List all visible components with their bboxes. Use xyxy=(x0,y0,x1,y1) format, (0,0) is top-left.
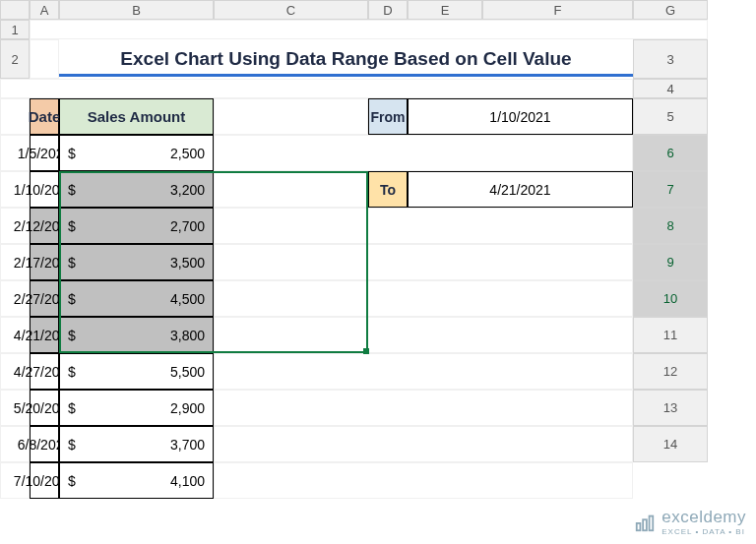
to-value[interactable]: 4/21/2021 xyxy=(408,171,633,208)
col-header-A[interactable]: A xyxy=(30,0,59,20)
row-header-14[interactable]: 14 xyxy=(633,426,708,462)
row-header-10[interactable]: 10 xyxy=(633,280,708,317)
currency: $ xyxy=(68,364,76,380)
cell-blank[interactable] xyxy=(214,353,633,390)
col-header-F[interactable]: F xyxy=(482,0,633,20)
table-row[interactable]: 2/12/2021 xyxy=(30,208,59,244)
amount: 3,200 xyxy=(170,182,205,198)
table-row[interactable]: 1/10/2021 xyxy=(30,171,59,208)
col-header-E[interactable]: E xyxy=(408,0,482,20)
amount: 2,900 xyxy=(170,400,205,416)
table-row[interactable]: $2,700 xyxy=(59,208,214,244)
table-row[interactable]: $3,800 xyxy=(59,317,214,353)
col-header-G[interactable]: G xyxy=(633,0,708,20)
cell-blank[interactable] xyxy=(30,20,708,39)
currency: $ xyxy=(68,328,76,343)
page-title-wrap[interactable]: Excel Chart Using Data Range Based on Ce… xyxy=(59,39,633,79)
page-title: Excel Chart Using Data Range Based on Ce… xyxy=(120,48,571,70)
table-row[interactable]: $3,700 xyxy=(59,426,214,462)
watermark-tagline: EXCEL • DATA • BI xyxy=(662,527,746,536)
table-row[interactable]: $3,200 xyxy=(59,171,214,208)
amount: 4,100 xyxy=(170,473,205,489)
row-header-6[interactable]: 6 xyxy=(633,135,708,171)
watermark: exceldemy EXCEL • DATA • BI xyxy=(634,508,746,536)
row-header-5[interactable]: 5 xyxy=(633,98,708,135)
table-row[interactable]: 7/10/2021 xyxy=(30,462,59,499)
table-row[interactable]: 6/8/2021 xyxy=(30,426,59,462)
title-underline xyxy=(59,74,633,77)
cell-blank[interactable] xyxy=(214,171,368,208)
from-label[interactable]: From xyxy=(368,98,408,135)
amount: 5,500 xyxy=(170,364,205,380)
cell-blank[interactable] xyxy=(214,317,633,353)
table-row[interactable]: $2,500 xyxy=(59,135,214,171)
svg-rect-2 xyxy=(650,515,654,530)
currency: $ xyxy=(68,182,76,198)
row-header-12[interactable]: 12 xyxy=(633,353,708,390)
row-header-13[interactable]: 13 xyxy=(633,390,708,426)
table-row[interactable]: 4/21/2021 xyxy=(30,317,59,353)
row-header-3[interactable]: 3 xyxy=(633,39,708,79)
table-row[interactable]: $2,900 xyxy=(59,390,214,426)
cell-blank[interactable] xyxy=(214,462,633,499)
to-label[interactable]: To xyxy=(368,171,408,208)
col-header-D[interactable]: D xyxy=(368,0,408,20)
amount: 3,500 xyxy=(170,255,205,271)
svg-rect-0 xyxy=(637,522,641,529)
amount: 4,500 xyxy=(170,291,205,307)
cell-blank[interactable] xyxy=(214,208,633,244)
table-row[interactable]: $5,500 xyxy=(59,353,214,390)
amount: 2,500 xyxy=(170,146,205,161)
amount: 3,800 xyxy=(170,328,205,343)
table-row[interactable]: $3,500 xyxy=(59,244,214,280)
table-row[interactable]: 1/5/2021 xyxy=(30,135,59,171)
svg-rect-1 xyxy=(643,519,647,530)
cell-blank[interactable] xyxy=(214,244,633,280)
col-header-B[interactable]: B xyxy=(59,0,214,20)
cell-blank[interactable] xyxy=(214,426,633,462)
row-header-4[interactable]: 4 xyxy=(633,79,708,98)
cell-blank[interactable] xyxy=(0,79,633,98)
row-header-9[interactable]: 9 xyxy=(633,244,708,280)
cell-blank[interactable] xyxy=(214,135,633,171)
amount: 3,700 xyxy=(170,437,205,453)
spreadsheet-grid: A B C D E F G 1 2 Excel Chart Using Data… xyxy=(0,0,708,499)
currency: $ xyxy=(68,218,76,234)
row-header-1[interactable]: 1 xyxy=(0,20,30,39)
currency: $ xyxy=(68,146,76,161)
currency: $ xyxy=(68,473,76,489)
table-row[interactable]: $4,500 xyxy=(59,280,214,317)
col-header-C[interactable]: C xyxy=(214,0,368,20)
cell-blank[interactable] xyxy=(214,390,633,426)
watermark-brand: exceldemy xyxy=(662,508,746,527)
currency: $ xyxy=(68,291,76,307)
cell-blank[interactable] xyxy=(30,39,59,79)
chart-icon xyxy=(634,512,656,533)
currency: $ xyxy=(68,400,76,416)
row-header-8[interactable]: 8 xyxy=(633,208,708,244)
row-header-7[interactable]: 7 xyxy=(633,171,708,208)
cell-blank[interactable] xyxy=(214,98,368,135)
table-row[interactable]: 4/27/2021 xyxy=(30,353,59,390)
cell-blank[interactable] xyxy=(0,98,30,135)
table-row[interactable]: $4,100 xyxy=(59,462,214,499)
table-header-sales[interactable]: Sales Amount xyxy=(59,98,214,135)
row-header-11[interactable]: 11 xyxy=(633,317,708,353)
currency: $ xyxy=(68,437,76,453)
table-header-date[interactable]: Date xyxy=(30,98,59,135)
amount: 2,700 xyxy=(170,218,205,234)
select-all-corner[interactable] xyxy=(0,0,30,20)
row-header-2[interactable]: 2 xyxy=(0,39,30,79)
cell-blank[interactable] xyxy=(214,280,633,317)
table-row[interactable]: 2/27/2021 xyxy=(30,280,59,317)
from-value[interactable]: 1/10/2021 xyxy=(408,98,633,135)
table-row[interactable]: 5/20/2021 xyxy=(30,390,59,426)
currency: $ xyxy=(68,255,76,271)
table-row[interactable]: 2/17/2021 xyxy=(30,244,59,280)
